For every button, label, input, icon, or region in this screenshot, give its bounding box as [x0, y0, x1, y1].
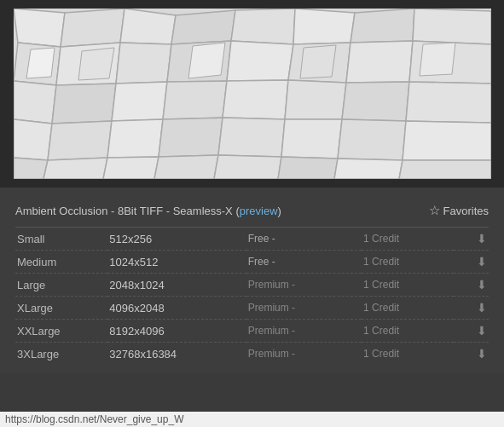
texture-image: [14, 9, 491, 179]
svg-marker-27: [107, 119, 163, 158]
svg-marker-8: [413, 9, 491, 44]
svg-marker-32: [403, 121, 491, 160]
texture-preview-container: [0, 0, 504, 188]
svg-marker-41: [26, 48, 55, 78]
svg-marker-45: [420, 43, 455, 76]
download-button[interactable]: ⬇: [454, 274, 489, 297]
svg-marker-17: [14, 81, 56, 124]
svg-marker-13: [227, 41, 293, 81]
size-credit: 1 Credit: [362, 274, 454, 297]
svg-marker-1: [14, 9, 65, 47]
size-tier: Premium -: [246, 297, 362, 320]
size-dims: 2048x1024: [107, 274, 246, 297]
svg-marker-36: [154, 155, 218, 179]
svg-marker-30: [281, 119, 342, 159]
svg-marker-21: [223, 80, 288, 119]
svg-marker-15: [346, 41, 413, 83]
size-credit: 1 Credit: [362, 297, 454, 320]
download-button[interactable]: ⬇: [454, 343, 489, 366]
svg-marker-2: [61, 9, 125, 47]
svg-marker-44: [300, 45, 336, 78]
svg-marker-18: [52, 84, 116, 124]
svg-marker-35: [103, 157, 159, 179]
svg-marker-11: [116, 43, 171, 84]
svg-marker-43: [188, 43, 225, 78]
size-name: XXLarge: [15, 320, 107, 343]
url-text: https://blog.csdn.net/Never_give_up_W: [5, 413, 183, 425]
size-dims: 512x256: [107, 228, 246, 251]
title-after: ): [278, 205, 281, 217]
table-row: XLarge 4096x2048 Premium - 1 Credit ⬇: [15, 297, 489, 320]
svg-marker-20: [163, 81, 227, 119]
size-name: Medium: [15, 251, 107, 274]
size-name: XLarge: [15, 297, 107, 320]
favorites-label: Favorites: [443, 205, 489, 217]
download-icon[interactable]: ⬇: [477, 301, 487, 314]
table-row: Large 2048x1024 Premium - 1 Credit ⬇: [15, 274, 489, 297]
size-name: 3XLarge: [15, 343, 107, 366]
svg-marker-38: [278, 157, 338, 179]
svg-marker-22: [285, 80, 346, 119]
size-tier: Free -: [246, 228, 362, 251]
download-icon[interactable]: ⬇: [477, 232, 487, 245]
table-row: 3XLarge 32768x16384 Premium - 1 Credit ⬇: [15, 343, 489, 366]
url-bar: https://blog.csdn.net/Never_give_up_W: [0, 412, 504, 427]
svg-marker-33: [14, 158, 48, 179]
size-tier: Premium -: [246, 274, 362, 297]
star-icon: ☆: [429, 203, 440, 218]
svg-marker-6: [293, 9, 355, 44]
download-icon[interactable]: ⬇: [477, 347, 487, 361]
svg-marker-40: [399, 160, 491, 179]
size-credit: 1 Credit: [362, 228, 454, 251]
download-button[interactable]: ⬇: [454, 228, 489, 251]
title-label: Ambient Occlusion - 8Bit TIFF - Seamless…: [15, 205, 240, 217]
texture-svg: [14, 9, 491, 179]
size-credit: 1 Credit: [362, 320, 454, 343]
svg-marker-4: [171, 10, 235, 44]
size-table: Small 512x256 Free - 1 Credit ⬇ Medium 1…: [15, 228, 489, 365]
size-dims: 32768x16384: [107, 343, 246, 366]
size-tier: Free -: [246, 251, 362, 274]
download-icon[interactable]: ⬇: [477, 324, 487, 338]
table-row: XXLarge 8192x4096 Premium - 1 Credit ⬇: [15, 320, 489, 343]
size-name: Large: [15, 274, 107, 297]
svg-marker-3: [120, 9, 176, 44]
svg-marker-28: [159, 118, 223, 157]
svg-marker-5: [231, 9, 295, 44]
svg-marker-23: [342, 82, 409, 121]
svg-marker-19: [112, 82, 167, 121]
size-credit: 1 Credit: [362, 251, 454, 274]
title-row: Ambient Occlusion - 8Bit TIFF - Seamless…: [15, 196, 489, 228]
download-icon[interactable]: ⬇: [477, 278, 487, 291]
svg-marker-42: [78, 48, 114, 80]
svg-marker-25: [14, 119, 52, 160]
favorites-button[interactable]: ☆ Favorites: [429, 203, 489, 218]
svg-marker-24: [406, 82, 491, 123]
size-dims: 1024x512: [107, 251, 246, 274]
download-button[interactable]: ⬇: [454, 320, 489, 343]
svg-marker-37: [214, 155, 281, 179]
download-button[interactable]: ⬇: [454, 251, 489, 274]
svg-marker-26: [48, 121, 112, 160]
size-dims: 4096x2048: [107, 297, 246, 320]
svg-marker-39: [334, 159, 403, 179]
download-button[interactable]: ⬇: [454, 297, 489, 320]
table-row: Small 512x256 Free - 1 Credit ⬇: [15, 228, 489, 251]
svg-marker-34: [43, 158, 107, 179]
info-panel: Ambient Occlusion - 8Bit TIFF - Seamless…: [0, 188, 504, 373]
svg-marker-7: [350, 9, 414, 43]
preview-link[interactable]: preview: [240, 205, 278, 217]
size-name: Small: [15, 228, 107, 251]
svg-marker-31: [338, 119, 406, 160]
svg-marker-29: [218, 118, 285, 157]
table-row: Medium 1024x512 Free - 1 Credit ⬇: [15, 251, 489, 274]
size-credit: 1 Credit: [362, 343, 454, 366]
size-tier: Premium -: [246, 343, 362, 366]
download-icon[interactable]: ⬇: [477, 255, 487, 268]
size-tier: Premium -: [246, 320, 362, 343]
size-dims: 8192x4096: [107, 320, 246, 343]
title-text: Ambient Occlusion - 8Bit TIFF - Seamless…: [15, 205, 281, 217]
